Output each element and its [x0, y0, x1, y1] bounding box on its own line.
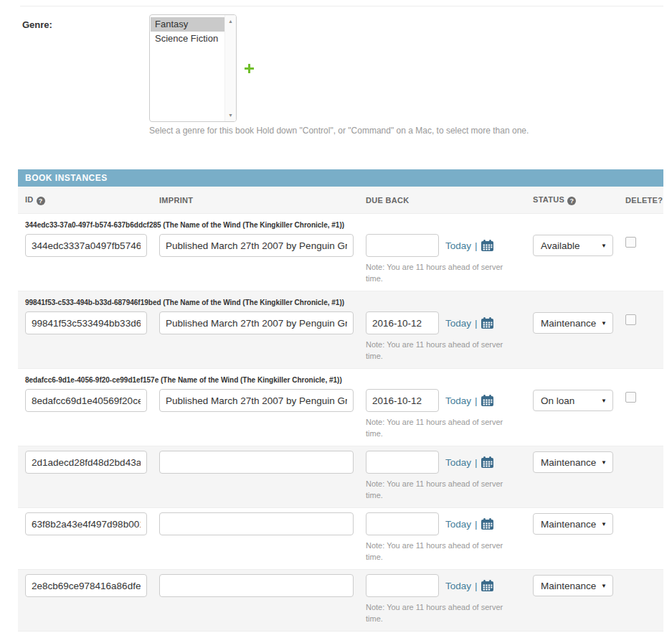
plus-icon — [245, 64, 254, 73]
book-instances-body: 344edc33-37a0-497f-b574-637b6ddcf285 (Th… — [18, 214, 663, 632]
id-input[interactable] — [25, 451, 147, 474]
delete-checkbox[interactable] — [625, 392, 636, 403]
status-value: Maintenance — [541, 318, 596, 329]
calendar-icon[interactable] — [481, 395, 493, 406]
today-link[interactable]: Today — [445, 519, 471, 530]
server-time-note: Note: You are 11 hours ahead of server t… — [366, 416, 509, 439]
imprint-input[interactable] — [159, 234, 354, 257]
book-instance-caption: 8edafcc6-9d1e-4056-9f20-ce99d1ef157e (Th… — [25, 373, 663, 389]
genre-field-row: Genre: FantasyScience Fiction ▲ ▼ Select… — [0, 0, 672, 169]
book-instance-row: 8edafcc6-9d1e-4056-9f20-ce99d1ef157e (Th… — [18, 369, 663, 446]
dropdown-caret-icon: ▼ — [601, 243, 607, 249]
id-input[interactable] — [25, 574, 147, 597]
column-header-due-back: DUE BACK — [366, 196, 533, 205]
id-input[interactable] — [25, 311, 147, 334]
due-back-input[interactable] — [366, 512, 439, 535]
separator: | — [475, 395, 478, 406]
calendar-icon[interactable] — [481, 240, 493, 251]
separator: | — [475, 519, 478, 530]
separator: | — [475, 457, 478, 468]
separator: | — [475, 581, 478, 591]
status-value: Maintenance — [541, 519, 596, 530]
due-back-input[interactable] — [366, 234, 439, 257]
field-row-divider — [20, 6, 663, 6]
dropdown-caret-icon: ▼ — [601, 320, 607, 327]
today-link[interactable]: Today — [445, 457, 471, 468]
status-select[interactable]: Available ▼ — [533, 235, 613, 256]
imprint-input[interactable] — [159, 574, 354, 597]
imprint-input[interactable] — [159, 389, 354, 412]
today-link[interactable]: Today — [445, 318, 471, 329]
book-instance-caption: 99841f53-c533-494b-b33d-687946f19bed (Th… — [25, 296, 663, 311]
add-book-instance-row: Add another Book instance — [18, 632, 663, 638]
delete-checkbox[interactable] — [625, 237, 636, 248]
server-time-note: Note: You are 11 hours ahead of server t… — [366, 339, 509, 362]
server-time-note: Note: You are 11 hours ahead of server t… — [366, 601, 509, 624]
column-header-status: STATUS? — [533, 195, 625, 205]
due-back-input[interactable] — [366, 389, 439, 412]
genre-scrollbar[interactable]: ▲ ▼ — [224, 15, 236, 121]
scroll-up-icon[interactable]: ▲ — [225, 16, 236, 27]
column-header-imprint: IMPRINT — [159, 196, 366, 205]
dropdown-caret-icon: ▼ — [601, 583, 607, 589]
calendar-icon[interactable] — [481, 580, 493, 591]
help-icon: ? — [37, 197, 45, 205]
book-change-form: Genre: FantasyScience Fiction ▲ ▼ Select… — [0, 0, 672, 638]
status-value: On loan — [541, 395, 574, 406]
genre-option[interactable]: Fantasy — [151, 17, 224, 32]
due-back-input[interactable] — [366, 311, 439, 334]
column-header-delete: DELETE? — [625, 196, 663, 205]
imprint-input[interactable] — [159, 451, 354, 474]
genre-help-text: Select a genre for this book Hold down "… — [149, 126, 529, 136]
delete-checkbox[interactable] — [625, 314, 636, 325]
dropdown-caret-icon: ▼ — [601, 398, 607, 404]
separator: | — [475, 240, 478, 251]
today-link[interactable]: Today — [445, 581, 471, 591]
book-instance-row: Today | — [18, 508, 663, 570]
scroll-down-icon[interactable]: ▼ — [225, 110, 236, 121]
genre-label: Genre: — [22, 19, 52, 30]
calendar-icon[interactable] — [481, 456, 493, 468]
status-select[interactable]: Maintenance ▼ — [533, 312, 613, 334]
column-header-id: ID? — [25, 195, 159, 205]
today-link[interactable]: Today — [445, 240, 471, 251]
id-input[interactable] — [25, 234, 147, 257]
book-instance-caption: 344edc33-37a0-497f-b574-637b6ddcf285 (Th… — [25, 218, 663, 234]
due-back-input[interactable] — [366, 574, 439, 597]
book-instance-row: Today | — [18, 446, 663, 508]
server-time-note: Note: You are 11 hours ahead of server t… — [366, 478, 509, 501]
book-instance-row: Today | — [18, 570, 663, 632]
status-select[interactable]: Maintenance ▼ — [533, 575, 613, 596]
book-instance-row: 99841f53-c533-494b-b33d-687946f19bed (Th… — [18, 291, 663, 369]
add-genre-button[interactable] — [245, 64, 254, 73]
imprint-input[interactable] — [159, 512, 354, 535]
separator: | — [475, 318, 478, 329]
status-value: Maintenance — [541, 457, 596, 468]
module-title: BOOK INSTANCES — [18, 169, 663, 187]
help-icon: ? — [567, 197, 576, 205]
column-header-row: ID? IMPRINT DUE BACK STATUS? DELETE? — [18, 187, 663, 214]
id-input[interactable] — [25, 512, 147, 535]
calendar-icon[interactable] — [481, 317, 493, 329]
dropdown-caret-icon: ▼ — [601, 459, 607, 466]
server-time-note: Note: You are 11 hours ahead of server t… — [366, 540, 509, 563]
status-value: Maintenance — [541, 581, 596, 591]
server-time-note: Note: You are 11 hours ahead of server t… — [366, 261, 509, 284]
book-instances-module: BOOK INSTANCES ID? IMPRINT DUE BACK STAT… — [18, 169, 663, 638]
status-select[interactable]: Maintenance ▼ — [533, 513, 613, 535]
due-back-input[interactable] — [366, 451, 439, 474]
status-select[interactable]: Maintenance ▼ — [533, 451, 613, 473]
genre-option[interactable]: Science Fiction — [151, 32, 224, 46]
imprint-input[interactable] — [159, 311, 354, 334]
today-link[interactable]: Today — [445, 395, 471, 406]
genre-multiselect[interactable]: FantasyScience Fiction ▲ ▼ — [149, 14, 237, 122]
status-value: Available — [541, 240, 580, 251]
book-instance-row: 344edc33-37a0-497f-b574-637b6ddcf285 (Th… — [18, 214, 663, 291]
calendar-icon[interactable] — [481, 518, 493, 530]
status-select[interactable]: On loan ▼ — [533, 390, 613, 411]
id-input[interactable] — [25, 389, 147, 412]
dropdown-caret-icon: ▼ — [601, 521, 607, 527]
genre-option-list: FantasyScience Fiction — [151, 17, 224, 46]
